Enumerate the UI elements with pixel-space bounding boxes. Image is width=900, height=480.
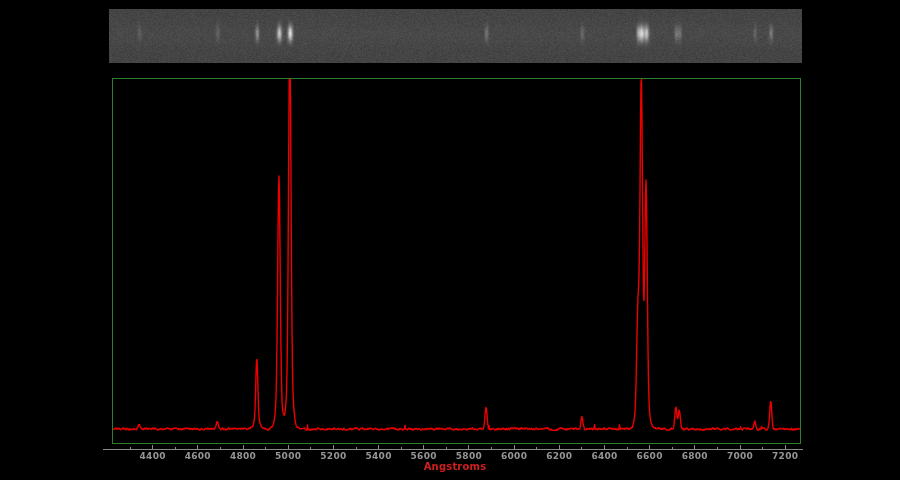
x-minor-tick	[536, 447, 537, 450]
x-minor-tick	[627, 447, 628, 450]
x-minor-tick	[130, 447, 131, 450]
x-minor-tick	[762, 447, 763, 450]
x-major-tick	[197, 445, 198, 449]
x-major-tick	[604, 445, 605, 449]
x-major-tick	[152, 445, 153, 449]
2d-spectrum-strip	[109, 9, 802, 63]
spectrum-plot-frame	[112, 78, 801, 444]
x-minor-tick	[265, 447, 266, 450]
x-tick-label: 6800	[678, 451, 712, 461]
x-minor-tick	[491, 447, 492, 450]
x-tick-label: 5800	[452, 451, 486, 461]
x-major-tick	[694, 445, 695, 449]
x-tick-label: 6200	[542, 451, 576, 461]
x-tick-label: 4400	[136, 451, 170, 461]
x-minor-tick	[175, 447, 176, 450]
x-minor-tick	[581, 447, 582, 450]
x-minor-tick	[672, 447, 673, 450]
x-tick-label: 5400	[362, 451, 396, 461]
x-tick-label: 6000	[497, 451, 531, 461]
x-tick-label: 7200	[768, 451, 802, 461]
x-major-tick	[243, 445, 244, 449]
x-minor-tick	[401, 447, 402, 450]
x-major-tick	[514, 445, 515, 449]
x-tick-label: 5200	[316, 451, 350, 461]
x-major-tick	[468, 445, 469, 449]
x-minor-tick	[446, 447, 447, 450]
x-major-tick	[333, 445, 334, 449]
x-major-tick	[649, 445, 650, 449]
x-major-tick	[785, 445, 786, 449]
x-axis-title: Angstroms	[399, 461, 511, 472]
x-tick-label: 4600	[181, 451, 215, 461]
x-tick-label: 7000	[723, 451, 757, 461]
x-minor-tick	[310, 447, 311, 450]
x-major-tick	[423, 445, 424, 449]
x-minor-tick	[220, 447, 221, 450]
x-minor-tick	[717, 447, 718, 450]
x-tick-label: 6600	[633, 451, 667, 461]
x-major-tick	[378, 445, 379, 449]
x-major-tick	[740, 445, 741, 449]
x-tick-label: 4800	[226, 451, 260, 461]
x-tick-label: 5000	[271, 451, 305, 461]
spectrum-trace-canvas	[113, 79, 800, 443]
x-major-tick	[288, 445, 289, 449]
x-axis-line	[103, 449, 803, 450]
x-tick-label: 5600	[407, 451, 441, 461]
x-major-tick	[559, 445, 560, 449]
x-tick-label: 6400	[588, 451, 622, 461]
spectrum-viewer: 4400460048005000520054005600580060006200…	[0, 0, 900, 480]
x-minor-tick	[356, 447, 357, 450]
